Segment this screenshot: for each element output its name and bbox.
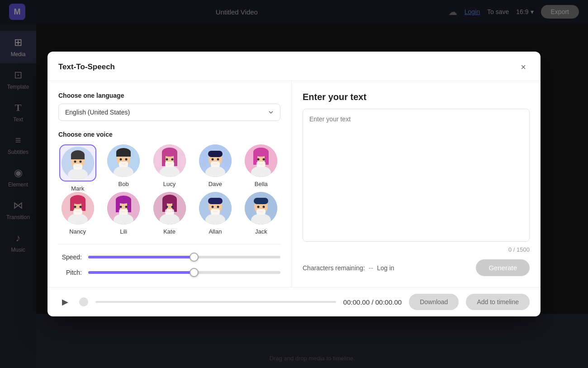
speed-track[interactable] [88, 256, 280, 258]
chars-value: -- [369, 264, 374, 272]
svg-rect-67 [165, 209, 174, 215]
mark-avatar [62, 147, 94, 179]
svg-point-66 [171, 206, 173, 208]
voice-item-mark[interactable]: Mark [58, 144, 97, 192]
svg-point-79 [257, 206, 260, 208]
dave-avatar [199, 144, 232, 177]
modal-body: Choose one language English (United Stat… [47, 81, 541, 287]
voice-item-kate[interactable]: Kate [150, 192, 189, 235]
lili-avatar [107, 192, 140, 225]
svg-rect-81 [256, 209, 266, 215]
audio-progress-bar[interactable] [95, 301, 336, 303]
speed-fill [88, 256, 194, 258]
lili-label: Lili [120, 228, 127, 235]
svg-point-5 [74, 161, 76, 163]
svg-rect-49 [73, 209, 82, 215]
svg-point-22 [166, 158, 168, 161]
modal-title: Text-To-Speech [58, 62, 115, 72]
bob-label: Bob [119, 181, 129, 187]
bella-label: Bella [255, 181, 268, 187]
play-button[interactable]: ▶ [58, 295, 72, 309]
generate-button[interactable]: Generate [476, 259, 530, 276]
modal-left-panel: Choose one language English (United Stat… [47, 81, 292, 287]
login-button[interactable]: Log in [377, 264, 394, 272]
speed-thumb[interactable] [190, 253, 199, 262]
char-count: 0 / 1500 [303, 246, 530, 253]
modal-right-panel: Enter your text 0 / 1500 Characters rema… [292, 81, 541, 287]
lucy-avatar [153, 144, 186, 177]
svg-rect-74 [211, 209, 220, 215]
svg-rect-31 [211, 162, 220, 167]
download-button[interactable]: Download [409, 294, 459, 310]
svg-point-47 [74, 206, 76, 208]
svg-point-13 [120, 158, 122, 161]
modal-footer: ▶ 00:00.00 / 00:00.00 Download Add to ti… [47, 287, 541, 316]
voice-row-2: Nancy [58, 192, 280, 235]
chars-remaining: Characters remaining: -- Log in [303, 264, 394, 272]
sliders-section: Speed: Pitch: [58, 244, 280, 276]
svg-rect-58 [119, 209, 128, 215]
svg-point-65 [166, 206, 168, 208]
voice-item-bella[interactable]: Bella [242, 144, 280, 192]
voice-item-lucy[interactable]: Lucy [150, 144, 189, 192]
text-input[interactable] [303, 109, 530, 242]
svg-point-38 [257, 158, 260, 161]
voice-item-dave[interactable]: Dave [196, 144, 234, 192]
svg-rect-20 [162, 153, 166, 166]
svg-point-57 [125, 206, 128, 208]
add-to-timeline-button[interactable]: Add to timeline [466, 294, 530, 310]
mark-label: Mark [71, 185, 84, 192]
svg-rect-78 [254, 198, 268, 204]
svg-point-30 [217, 158, 219, 161]
voice-item-lili[interactable]: Lili [104, 192, 142, 235]
svg-point-14 [125, 158, 128, 161]
jack-label: Jack [255, 228, 267, 235]
svg-rect-12 [116, 152, 131, 157]
speed-slider-row: Speed: [58, 253, 280, 261]
pitch-slider-row: Pitch: [58, 269, 280, 276]
modal-header: Text-To-Speech × [47, 52, 541, 81]
voice-row-1: Mark [58, 144, 280, 192]
pitch-thumb[interactable] [190, 268, 199, 277]
voice-section-label: Choose one voice [58, 131, 280, 138]
time-display: 00:00.00 / 00:00.00 [343, 298, 402, 306]
kate-avatar [153, 192, 186, 225]
svg-rect-71 [208, 198, 223, 204]
dave-label: Dave [209, 181, 222, 187]
svg-point-73 [217, 206, 219, 208]
pitch-fill [88, 271, 194, 274]
svg-rect-7 [73, 164, 82, 169]
pitch-label: Pitch: [58, 269, 82, 276]
modal-close-button[interactable]: × [517, 61, 530, 73]
svg-point-6 [79, 161, 81, 163]
svg-rect-46 [81, 200, 85, 211]
svg-rect-24 [165, 162, 174, 167]
svg-point-29 [211, 158, 213, 161]
nancy-label: Nancy [69, 228, 86, 235]
voice-item-allan[interactable]: Allan [196, 192, 234, 235]
allan-avatar [199, 192, 232, 225]
voice-item-nancy[interactable]: Nancy [58, 192, 97, 235]
svg-rect-15 [119, 162, 128, 167]
pitch-track[interactable] [88, 271, 280, 274]
voice-item-bob[interactable]: Bob [104, 144, 142, 192]
lucy-label: Lucy [163, 181, 175, 187]
text-to-speech-modal: Text-To-Speech × Choose one language Eng… [47, 52, 541, 316]
text-panel-title: Enter your text [303, 92, 530, 102]
bella-avatar [245, 144, 277, 177]
svg-rect-28 [208, 151, 223, 157]
allan-label: Allan [209, 228, 222, 235]
language-section-label: Choose one language [58, 92, 280, 99]
nancy-avatar [62, 192, 94, 225]
voice-item-jack[interactable]: Jack [242, 192, 280, 235]
svg-rect-40 [256, 162, 266, 167]
svg-point-80 [263, 206, 265, 208]
language-dropdown[interactable]: English (United States) Spanish French G… [58, 104, 280, 121]
modal-backdrop: Text-To-Speech × Choose one language Eng… [0, 0, 588, 368]
svg-point-48 [79, 206, 81, 208]
svg-point-72 [211, 206, 213, 208]
app-container: M Untitled Video ☁ Login To save 16:9 ▾ … [0, 0, 588, 368]
speed-label: Speed: [58, 253, 82, 261]
svg-point-39 [263, 158, 265, 161]
bob-avatar [107, 144, 140, 177]
